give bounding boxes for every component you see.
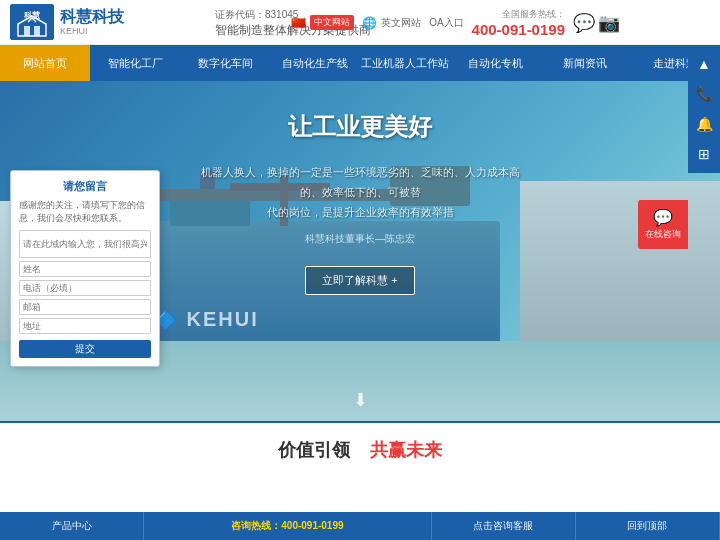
phone-label: 全国服务热线： <box>472 8 565 21</box>
nav-item-auto-machine[interactable]: 自动化专机 <box>450 45 540 81</box>
nav-item-digital-workshop[interactable]: 数字化车间 <box>180 45 270 81</box>
header: 科慧 科慧科技 KEHUI 证券代码：831045 智能制造整体解决方案提供商 … <box>0 0 720 45</box>
main-nav: 网站首页 智能化工厂 数字化车间 自动化生产线 工业机器人工作站 自动化专机 新… <box>0 45 720 81</box>
chat-bubble-icon: 💬 <box>643 208 683 227</box>
phone-area: 全国服务热线： 400-091-0199 <box>472 8 565 38</box>
svg-rect-2 <box>24 26 30 36</box>
bottom-highlight: 共赢未来 <box>370 438 442 462</box>
floor-logo: 🔷 KEHUI <box>155 308 259 331</box>
header-right: 🇨🇳 中文网站 🌐 英文网站 OA入口 全国服务热线： 400-091-0199… <box>291 0 620 45</box>
bottom-phone-label: 咨询热线：400-091-0199 <box>231 520 343 531</box>
bottom-nav-top[interactable]: 回到顶部 <box>576 512 720 540</box>
nav-item-auto-line[interactable]: 自动化生产线 <box>270 45 360 81</box>
chat-message-input[interactable] <box>19 230 151 258</box>
hero-desc-line2: 代的岗位，是提升企业效率的有效举措 <box>190 203 530 223</box>
nav-item-robot-station[interactable]: 工业机器人工作站 <box>360 45 450 81</box>
bottom-nav-products[interactable]: 产品中心 <box>0 512 144 540</box>
phone-number[interactable]: 400-091-0199 <box>472 21 565 38</box>
sidebar-top-icon[interactable]: ▲ <box>690 50 718 78</box>
chat-subtitle: 感谢您的关注，请填写下您的信息，我们会尽快和您联系。 <box>19 199 151 224</box>
hero-title: 让工业更美好 <box>0 111 720 143</box>
hero-desc-line1: 机器人换人，换掉的一定是一些环境恶劣的、乏味的、人力成本高的、效率低下的、可被替 <box>190 163 530 203</box>
svg-rect-3 <box>34 26 40 36</box>
lang-area: 🇨🇳 中文网站 🌐 英文网站 OA入口 <box>291 15 463 30</box>
chat-title: 请您留言 <box>19 179 151 194</box>
chat-submit-button[interactable]: 提交 <box>19 340 151 358</box>
lang-cn-button[interactable]: 中文网站 <box>310 15 354 30</box>
chat-name-input[interactable] <box>19 261 151 277</box>
nav-item-home[interactable]: 网站首页 <box>0 45 90 81</box>
lang-en-button[interactable]: 英文网站 <box>381 16 421 30</box>
svg-rect-0 <box>10 4 54 40</box>
scroll-down-icon[interactable]: ⬇ <box>353 389 368 411</box>
right-sidebar: ▲ 📞 🔔 ⊞ <box>688 45 720 173</box>
logo-text: 科慧科技 <box>60 8 124 26</box>
chat-widget: 请您留言 感谢您的关注，请填写下您的信息，我们会尽快和您联系。 提交 <box>10 170 160 367</box>
chat-phone-input[interactable] <box>19 280 151 296</box>
bottom-nav-phone[interactable]: 咨询热线：400-091-0199 <box>144 512 431 540</box>
bottom-nav: 产品中心 咨询热线：400-091-0199 点击咨询客服 回到顶部 <box>0 512 720 540</box>
cert-code: 证券代码：831045 <box>215 8 298 22</box>
oa-button[interactable]: OA入口 <box>429 16 463 30</box>
sidebar-bell-icon[interactable]: 🔔 <box>690 110 718 138</box>
sidebar-grid-icon[interactable]: ⊞ <box>690 140 718 168</box>
learn-more-button[interactable]: 立即了解科慧 + <box>305 266 414 295</box>
online-chat-button[interactable]: 💬 在线咨询 <box>638 200 688 249</box>
qr-icons: 💬 📷 <box>573 12 620 34</box>
logo-sub: KEHUI <box>60 26 124 36</box>
qr-icon[interactable]: 📷 <box>598 12 620 34</box>
logo-text-area: 科慧科技 KEHUI <box>60 8 124 36</box>
bottom-nav-consult[interactable]: 点击咨询客服 <box>432 512 576 540</box>
bottom-section: 价值引领 共赢未来 <box>0 421 720 476</box>
hero-desc: 机器人换人，换掉的一定是一些环境恶劣的、乏味的、人力成本高的、效率低下的、可被替… <box>190 163 530 222</box>
sidebar-phone-icon[interactable]: 📞 <box>690 80 718 108</box>
bottom-title: 价值引领 <box>278 438 350 462</box>
chat-address-input[interactable] <box>19 318 151 334</box>
logo-area: 科慧 科慧科技 KEHUI <box>10 4 210 40</box>
chat-email-input[interactable] <box>19 299 151 315</box>
logo-icon: 科慧 <box>10 4 54 40</box>
nav-item-news[interactable]: 新闻资讯 <box>540 45 630 81</box>
wechat-icon[interactable]: 💬 <box>573 12 595 34</box>
online-chat-label: 在线咨询 <box>643 229 683 241</box>
nav-item-smart-factory[interactable]: 智能化工厂 <box>90 45 180 81</box>
